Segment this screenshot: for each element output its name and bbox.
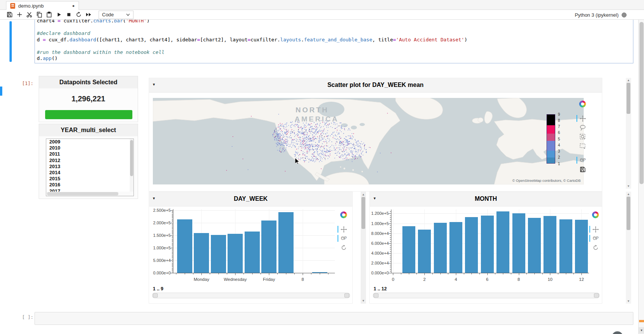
unsaved-dot-icon: ● <box>72 3 75 8</box>
notebook-toolbar: Code Python 3 (ipykernel) <box>0 10 644 20</box>
month-header: ▾ MONTH <box>370 192 602 206</box>
lasso-select-tool[interactable] <box>579 124 586 131</box>
year-list-vscrollbar[interactable] <box>130 139 134 192</box>
copy-cell-button[interactable] <box>34 11 44 19</box>
empty-prompt: [ ]: <box>22 314 33 320</box>
year-option[interactable]: 2009 <box>46 139 134 145</box>
year-option[interactable]: 2013 <box>46 164 134 170</box>
output-collapser[interactable] <box>0 87 2 96</box>
hover-tool[interactable]: ΘΡ <box>579 156 586 164</box>
scissors-icon <box>26 11 33 18</box>
dashboard-scrollbar-top[interactable]: ▲ ▼ <box>626 78 631 189</box>
bokeh-map-toolbar: ΘΡ <box>579 100 586 175</box>
bar-month-3 <box>434 223 447 273</box>
bar-day_week-6 <box>261 221 276 273</box>
year-multiselect[interactable]: 200920102011201220132014201520162017 <box>46 139 134 196</box>
run-cell-button[interactable] <box>54 11 64 19</box>
notebook-file-icon <box>10 3 15 9</box>
empty-code-cell[interactable] <box>35 312 633 325</box>
execution-count: [1]: <box>22 80 33 86</box>
day-week-header: ▾ DAY_WEEK <box>149 192 352 206</box>
scroll-fab-button[interactable] <box>612 331 623 334</box>
bar-month-6 <box>481 216 494 273</box>
bokeh-chart-toolbar: ΘΡ <box>592 211 599 253</box>
bokeh-logo <box>592 211 599 219</box>
bokeh-chart-toolbar: ΘΡ <box>340 211 347 253</box>
hover-tool[interactable]: ΘΡ <box>340 235 347 242</box>
hover-tool[interactable]: ΘΡ <box>592 235 599 242</box>
range-label: 1 .. 9 <box>153 286 163 291</box>
year-option[interactable]: 2011 <box>46 151 134 157</box>
bar-month-12 <box>575 220 588 273</box>
day-week-title: DAY_WEEK <box>149 195 352 202</box>
save-button[interactable] <box>5 11 14 19</box>
bar-month-7 <box>496 211 509 273</box>
cell-type-label: Code <box>102 12 114 17</box>
year-list-hscrollbar[interactable] <box>46 192 134 196</box>
year-option[interactable]: 2012 <box>46 158 134 164</box>
bar-day_week-9 <box>312 272 327 273</box>
bar-day_week-2 <box>194 233 209 273</box>
map-panel-header: ▾ Scatter plot for DAY_WEEK mean <box>149 78 602 93</box>
kernel-status-icon <box>622 13 627 17</box>
map-canvas[interactable]: NORTH AMERICA <box>153 98 584 184</box>
pan-tool[interactable] <box>340 225 347 233</box>
cut-cell-button[interactable] <box>24 11 34 19</box>
year-option[interactable]: 2015 <box>46 176 134 182</box>
active-cell-indicator[interactable] <box>9 21 12 62</box>
tab-title: demo.ipynb <box>18 3 44 9</box>
year-filter-card: YEAR_multi_select 2009201020112012201320… <box>39 124 138 199</box>
slider-handle-left[interactable] <box>153 293 158 298</box>
cell-type-select[interactable]: Code <box>99 11 134 19</box>
bar-month-11 <box>559 219 572 273</box>
year-option[interactable]: 2016 <box>46 182 134 188</box>
scrollbar-thumb[interactable] <box>639 22 644 184</box>
dashboard-scrollbar-bottom[interactable]: ▲ ▼ <box>626 192 631 304</box>
year-option[interactable]: 2010 <box>46 145 134 151</box>
scroll-down-arrow-icon[interactable]: ▼ <box>639 327 644 334</box>
bar-month-5 <box>465 217 478 273</box>
tab-bar: demo.ipynb ● <box>0 0 644 10</box>
mouse-cursor <box>295 158 300 165</box>
bar-day_week-3 <box>211 235 226 273</box>
day-week-range-slider[interactable] <box>152 293 350 298</box>
code-editor[interactable]: chart4 = cuxfilter.charts.bar('MONTH') #… <box>37 18 583 62</box>
notebook-window: demo.ipynb ● Code Python 3 (ipykernel) c… <box>0 0 644 334</box>
map-panel: ▾ Scatter plot for DAY_WEEK mean <box>149 78 602 192</box>
bar-month-2 <box>418 230 431 273</box>
map-panel-title: Scatter plot for DAY_WEEK mean <box>149 82 602 88</box>
bokeh-logo <box>340 211 347 219</box>
kernel-name: Python 3 (ipykernel) <box>575 12 619 18</box>
restart-kernel-button[interactable] <box>74 11 83 19</box>
bar-day_week-7 <box>278 212 294 273</box>
tab-demo-ipynb[interactable]: demo.ipynb ● <box>6 1 79 10</box>
run-all-button[interactable] <box>83 11 93 19</box>
slider-handle-right[interactable] <box>594 293 599 298</box>
reset-tool[interactable] <box>592 244 599 251</box>
add-cell-button[interactable] <box>14 11 24 19</box>
month-range-slider[interactable] <box>373 293 600 298</box>
datapoints-value: 1,296,221 <box>39 95 138 103</box>
datapoints-progress <box>45 110 132 119</box>
scrollbar-marker <box>639 320 644 322</box>
bar-month-1 <box>402 226 415 273</box>
map-attribution: © OpenStreetMap contributors, © CartoDB <box>512 178 581 183</box>
paste-cell-button[interactable] <box>44 11 54 19</box>
pan-tool[interactable] <box>579 115 586 122</box>
pan-tool[interactable] <box>592 225 599 233</box>
slider-handle-left[interactable] <box>374 293 379 298</box>
kernel-indicator[interactable]: Python 3 (ipykernel) <box>575 10 627 20</box>
copy-icon <box>36 11 42 18</box>
inter-panel-scrollbar[interactable]: ▲ ▼ <box>361 192 366 304</box>
window-scrollbar[interactable]: ▼ <box>638 0 644 334</box>
datapoints-card: Datapoints Selected 1,296,221 <box>39 76 138 122</box>
slider-handle-right[interactable] <box>344 293 349 298</box>
reset-tool[interactable] <box>340 244 347 251</box>
interrupt-kernel-button[interactable] <box>64 11 74 19</box>
chevron-down-icon <box>126 12 130 17</box>
bar-month-9 <box>528 218 541 273</box>
save-tool[interactable] <box>579 165 586 173</box>
box-zoom-tool[interactable] <box>579 133 586 140</box>
box-select-tool[interactable] <box>579 142 586 150</box>
year-option[interactable]: 2014 <box>46 170 134 176</box>
